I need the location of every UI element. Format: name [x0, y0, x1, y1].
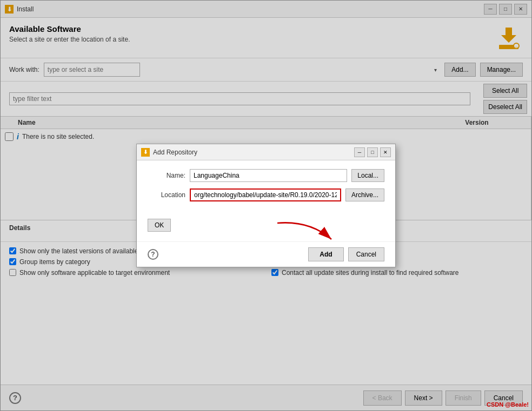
dialog-ok-row: OK [137, 217, 395, 234]
dialog-titlebar: ⬇ Add Repository ─ □ ✕ [137, 144, 395, 160]
arrow-area [137, 234, 395, 241]
archive-button[interactable]: Archive... [345, 188, 384, 201]
dialog-title: Add Repository [153, 149, 354, 156]
location-input[interactable] [190, 188, 341, 201]
dialog-cancel-button[interactable]: Cancel [348, 247, 384, 261]
name-label: Name: [148, 172, 185, 179]
main-window: ⬇ Install ─ □ ✕ Available Software Selec… [0, 0, 532, 411]
dialog-body: Name: Local... Location Archive... [137, 160, 395, 217]
name-input[interactable] [190, 169, 347, 182]
name-field: Name: Local... [148, 169, 384, 182]
watermark: CSDN @Beale! [487, 401, 529, 408]
location-field: Location Archive... [148, 188, 384, 201]
dialog-maximize[interactable]: □ [367, 147, 378, 157]
local-button[interactable]: Local... [351, 169, 384, 182]
dialog-add-button[interactable]: Add [308, 247, 343, 261]
dialog-footer: ? Add Cancel [137, 241, 395, 267]
ok-button[interactable]: OK [148, 219, 171, 232]
dialog-close[interactable]: ✕ [380, 147, 391, 157]
add-repository-dialog: ⬇ Add Repository ─ □ ✕ Name: Local... Lo… [136, 144, 396, 267]
dialog-help-icon[interactable]: ? [148, 249, 158, 260]
dialog-overlay: ⬇ Add Repository ─ □ ✕ Name: Local... Lo… [0, 0, 532, 411]
location-label: Location [148, 191, 185, 199]
dialog-minimize[interactable]: ─ [354, 147, 365, 157]
dialog-icon: ⬇ [141, 148, 150, 157]
dialog-controls: ─ □ ✕ [354, 147, 391, 157]
